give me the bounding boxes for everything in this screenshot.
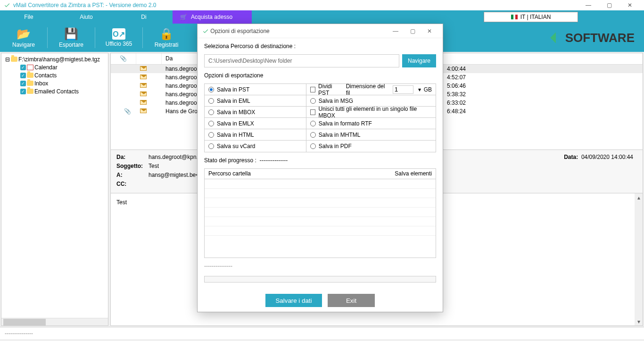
tool-office365-label: Ufficio 365 <box>106 41 132 47</box>
envelope-icon <box>140 108 147 113</box>
col-attachment[interactable]: 📎 <box>111 53 136 64</box>
opt-mhtml[interactable]: Salva in MHTML <box>306 129 436 140</box>
tool-export-label: Esportare <box>59 42 83 48</box>
envelope-icon <box>140 100 147 105</box>
folder-icon <box>27 89 33 94</box>
meta-to-label: A: <box>116 172 145 181</box>
opt-vcard[interactable]: Salva su vCard <box>205 141 306 152</box>
folder-icon <box>27 81 33 86</box>
opt-mbox[interactable]: Salva in MBOX <box>205 107 306 117</box>
minimize-button[interactable]: — <box>578 0 599 10</box>
opt-split-pst[interactable]: Dividi PST Dimensione del fil ▾ GB <box>306 84 436 95</box>
file-size-input[interactable] <box>393 85 413 94</box>
opt-eml[interactable]: Salva in EML <box>205 95 306 106</box>
tool-navigate[interactable]: 📂 Navigare <box>0 24 47 52</box>
radio-icon <box>208 87 214 92</box>
office365-icon: O↗ <box>112 28 125 40</box>
envelope-icon <box>140 83 147 88</box>
tree-root-node[interactable]: ⊟ F:\zimbra\hansg@migtest.be.tgz <box>5 55 106 63</box>
radio-icon <box>310 132 316 138</box>
menu-about[interactable]: Di <box>115 10 173 24</box>
tree-item-inbox[interactable]: ✓Inbox <box>20 79 106 87</box>
tool-register[interactable]: 🔒 Registrati <box>143 24 190 52</box>
opt-html[interactable]: Salva in HTML <box>205 129 306 140</box>
tool-navigate-label: Navigare <box>12 42 35 48</box>
progress-label: Stato del progresso : <box>204 157 256 164</box>
folder-open-icon: 📂 <box>17 27 31 41</box>
tree-root-label: F:\zimbra\hansg@migtest.be.tgz <box>18 56 100 63</box>
opt-pdf[interactable]: Salva in PDF <box>306 141 436 152</box>
menu-help[interactable]: Aiuto <box>58 10 115 24</box>
buy-now-label: Acquista adesso <box>191 14 232 20</box>
tree-item-emailed-contacts[interactable]: ✓Emailed Contacts <box>20 87 106 95</box>
menu-bar: File Aiuto Di 🛒 Acquista adesso IT | ITA… <box>0 10 644 24</box>
radio-icon <box>208 143 214 149</box>
brand-logo: SOFTWARE <box>549 24 635 52</box>
col-icon[interactable] <box>136 53 162 64</box>
opt-merge-mbox[interactable]: Unisci tutti gli elementi in un singolo … <box>306 107 436 117</box>
dest-path-input[interactable] <box>204 54 399 67</box>
dialog-maximize-button[interactable]: ▢ <box>404 24 421 38</box>
checkbox-icon[interactable]: ✓ <box>20 65 26 70</box>
flag-icon <box>511 15 518 19</box>
envelope-icon <box>140 66 147 71</box>
tree-h-scrollbar[interactable] <box>1 318 108 325</box>
opts-label: Opzioni di esportazione <box>204 72 436 79</box>
folder-icon <box>11 57 17 62</box>
cart-icon: 🛒 <box>180 14 187 20</box>
export-dialog: Opzioni di esportazione — ▢ ✕ Seleziona … <box>197 24 443 312</box>
body-text: Test <box>116 199 127 206</box>
checkbox-icon[interactable]: ✓ <box>20 81 26 86</box>
meta-date-label: Data: <box>564 154 578 160</box>
tree-item-contacts[interactable]: ✓Contacts <box>20 71 106 79</box>
meta-subj-value: Test <box>149 163 159 172</box>
checkbox-icon <box>310 109 316 115</box>
radio-icon <box>310 143 316 149</box>
radio-icon <box>208 109 214 115</box>
maximize-button[interactable]: ▢ <box>599 0 619 10</box>
language-selector[interactable]: IT | ITALIAN <box>484 12 578 22</box>
export-options: Salva in PST Dividi PST Dimensione del f… <box>204 83 436 152</box>
radio-icon <box>208 98 214 104</box>
save-data-button[interactable]: Salvare i dati <box>265 294 322 307</box>
dialog-minimize-button[interactable]: — <box>387 24 404 38</box>
tool-register-label: Registrati <box>155 42 179 48</box>
save-icon: 💾 <box>64 27 78 41</box>
window-title: vMail Convertitore da Zimbra a PST: - Ve… <box>13 2 156 8</box>
exit-button[interactable]: Exit <box>328 294 375 307</box>
close-button[interactable]: ✕ <box>619 0 640 10</box>
dashes: --------------- <box>204 263 436 269</box>
radio-icon <box>208 132 214 138</box>
progress-bar <box>204 276 436 283</box>
tree-item-calendar[interactable]: ✓Calendar <box>20 63 106 71</box>
dialog-close-button[interactable]: ✕ <box>421 24 438 38</box>
tool-export[interactable]: 💾 Esportare <box>48 24 95 52</box>
tree-pane: ⊟ F:\zimbra\hansg@migtest.be.tgz ✓Calend… <box>1 53 108 326</box>
progress-value: --------------- <box>259 157 288 164</box>
dest-label: Seleziona Percorso di destinazione : <box>204 43 436 50</box>
meta-from-label: Da: <box>116 154 145 163</box>
envelope-icon <box>140 75 147 79</box>
envelope-icon <box>140 91 147 96</box>
opt-rtf[interactable]: Salva in formato RTF <box>306 118 436 129</box>
menu-file[interactable]: File <box>0 10 58 24</box>
dialog-title-bar: Opzioni di esportazione — ▢ ✕ <box>198 24 443 38</box>
lock-icon: 🔒 <box>159 27 173 41</box>
app-icon <box>4 2 10 8</box>
status-text: --------------- <box>5 330 33 337</box>
opt-msg[interactable]: Salva in MSG <box>306 95 436 106</box>
radio-icon <box>310 121 316 126</box>
tool-office365[interactable]: O↗ Ufficio 365 <box>95 24 142 52</box>
opt-emlx[interactable]: Salva in EMLX <box>205 118 306 129</box>
checkbox-icon <box>310 87 315 92</box>
meta-date-value: 04/09/2020 14:00:44 <box>581 154 633 160</box>
opt-pst[interactable]: Salva in PST <box>205 84 306 95</box>
buy-now-button[interactable]: 🛒 Acquista adesso <box>173 10 252 24</box>
checkbox-icon[interactable]: ✓ <box>20 73 26 78</box>
checkbox-icon[interactable]: ✓ <box>20 89 26 94</box>
browse-button[interactable]: Navigare <box>402 54 436 67</box>
body-v-scrollbar[interactable]: ▴▾ <box>635 193 643 325</box>
meta-subj-label: Soggetto: <box>116 163 145 172</box>
col-saved-items: Salva elementi <box>395 170 432 177</box>
radio-icon <box>208 121 214 126</box>
